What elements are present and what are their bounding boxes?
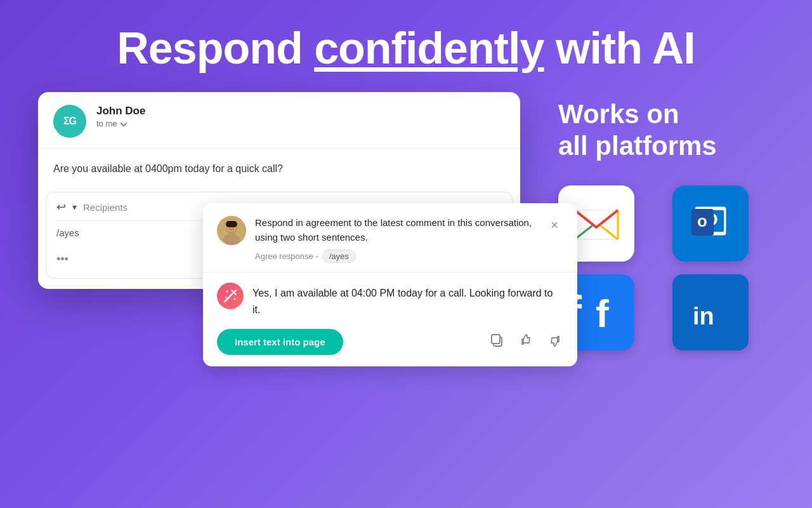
svg-text:f: f [596, 291, 609, 335]
svg-text:o: o [697, 211, 707, 231]
command-text: /ayes [56, 227, 79, 238]
hero-title: Respond confidently with AI [0, 0, 812, 92]
svg-rect-11 [492, 335, 500, 344]
popup-user-avatar [217, 216, 246, 245]
right-panel: Works on all platforms [558, 92, 774, 351]
platforms-title-line1: Works on [558, 99, 679, 129]
outlook-platform-icon: O o [672, 185, 749, 262]
email-header: ΣG John Doe to me [38, 92, 520, 149]
thumbs-up-icon[interactable] [518, 332, 534, 352]
sender-avatar: ΣG [53, 105, 86, 138]
insert-text-button[interactable]: Insert text into page [217, 329, 343, 355]
action-icons [488, 332, 563, 352]
sender-to: to me [96, 119, 505, 128]
svg-point-9 [225, 297, 226, 298]
popup-tag-row: Agree response - /ayes [255, 250, 537, 263]
popup-tag-label: Agree response - [255, 251, 318, 261]
popup-divider [203, 272, 577, 272]
email-card: ΣG John Doe to me Are you available at 0… [38, 92, 520, 289]
popup-header: Respond in agreement to the latest comme… [217, 216, 563, 263]
popup-prompt-text: Respond in agreement to the latest comme… [255, 216, 537, 244]
popup-response: Yes, I am available at 04:00 PM today fo… [217, 283, 563, 318]
thumbs-down-icon[interactable] [547, 332, 563, 352]
ai-response-text: Yes, I am available at 04:00 PM today fo… [252, 283, 563, 318]
popup-content: Respond in agreement to the latest comme… [255, 216, 537, 263]
sender-name: John Doe [96, 105, 505, 117]
reply-icon[interactable]: ↩ [56, 200, 66, 214]
hero-title-underline: confidently [314, 23, 544, 73]
ai-popup: Respond in agreement to the latest comme… [203, 203, 577, 366]
email-message: Are you available at 0400pm today for a … [53, 163, 283, 174]
popup-actions: Insert text into page [217, 329, 563, 355]
linkedin-platform-icon: in [672, 274, 749, 351]
main-content: ΣG John Doe to me Are you available at 0… [0, 92, 812, 351]
svg-point-8 [234, 298, 236, 300]
dots-button[interactable]: ••• [56, 253, 69, 266]
hero-title-after: with AI [544, 23, 695, 73]
svg-rect-6 [226, 221, 237, 227]
svg-point-7 [226, 291, 228, 293]
to-chevron-icon [120, 119, 127, 126]
platforms-title: Works on all platforms [558, 98, 774, 163]
reply-dropdown-icon[interactable]: ▾ [72, 202, 77, 212]
popup-tag: /ayes [322, 250, 356, 263]
to-label: to me [96, 119, 117, 128]
insert-btn-label: Insert text into page [235, 337, 325, 347]
copy-icon[interactable] [488, 332, 505, 352]
hero-title-before: Respond [117, 23, 314, 73]
close-icon: × [551, 218, 558, 232]
email-body: Are you available at 0400pm today for a … [38, 149, 520, 192]
magic-wand-icon [217, 283, 244, 309]
popup-close-button[interactable]: × [546, 216, 563, 234]
sender-info: John Doe to me [96, 105, 505, 128]
svg-text:in: in [693, 303, 714, 330]
platforms-title-line2: all platforms [558, 131, 717, 161]
platforms-grid: O o f f in [558, 185, 774, 351]
